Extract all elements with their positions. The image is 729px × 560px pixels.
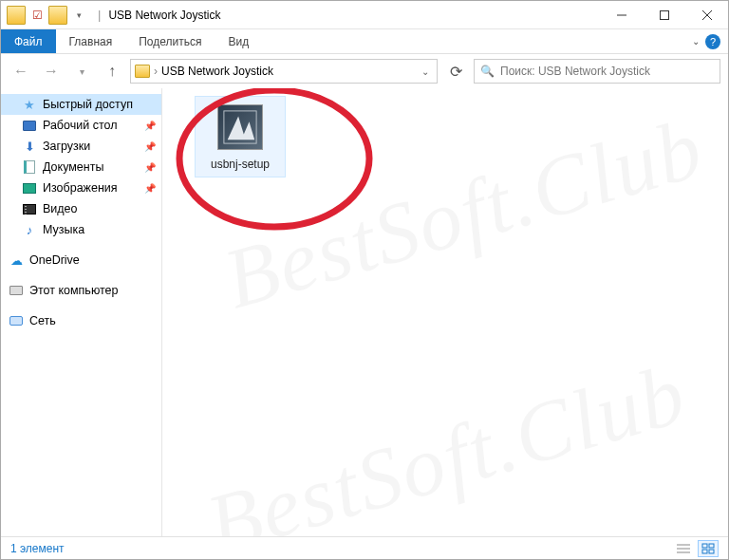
- sidebar-onedrive[interactable]: ☁ OneDrive: [1, 250, 161, 271]
- nav-pane: ★ Быстрый доступ Рабочий стол 📌 ⬇ Загруз…: [1, 88, 162, 536]
- tab-file[interactable]: Файл: [1, 29, 56, 53]
- search-icon: 🔍: [480, 65, 495, 78]
- sidebar-downloads[interactable]: ⬇ Загрузки 📌: [1, 136, 161, 157]
- ribbon-tabs: Файл Главная Поделиться Вид ⌄ ?: [1, 29, 728, 54]
- svg-rect-12: [702, 550, 707, 553]
- address-row: ← → ▾ ↑ › USB Network Joystick ⌄ ⟳ 🔍 Пои…: [1, 54, 728, 88]
- close-button[interactable]: [685, 1, 728, 29]
- sidebar-thispc[interactable]: Этот компьютер: [1, 280, 161, 301]
- sidebar-desktop[interactable]: Рабочий стол 📌: [1, 115, 161, 136]
- watermark: BestSoft.Club: [196, 345, 697, 536]
- watermark: BestSoft.Club: [213, 99, 713, 328]
- window-title: USB Network Joystick: [104, 9, 220, 22]
- pc-icon: [9, 283, 24, 298]
- nav-back-button[interactable]: ←: [9, 59, 33, 84]
- help-icon[interactable]: ?: [705, 34, 720, 49]
- expand-ribbon-icon[interactable]: ⌄: [692, 36, 700, 47]
- minimize-button[interactable]: [600, 1, 643, 29]
- ribbon-right: ⌄ ?: [684, 29, 728, 53]
- refresh-button[interactable]: ⟳: [443, 60, 468, 83]
- videos-icon: [22, 201, 37, 216]
- pin-icon: 📌: [144, 141, 156, 152]
- nav-recent-icon[interactable]: ▾: [69, 59, 94, 84]
- body: ★ Быстрый доступ Рабочий стол 📌 ⬇ Загруз…: [1, 88, 728, 536]
- qat-properties-icon[interactable]: ☑: [28, 6, 47, 25]
- separator: |: [94, 8, 104, 22]
- file-item[interactable]: usbnj-setup: [195, 96, 286, 177]
- sidebar-item-label: OneDrive: [29, 253, 80, 267]
- sidebar-item-label: Видео: [43, 202, 78, 215]
- music-icon: ♪: [22, 222, 37, 237]
- sidebar-item-label: Музыка: [43, 223, 84, 236]
- folder-icon: [7, 6, 26, 25]
- sidebar-videos[interactable]: Видео: [1, 198, 161, 219]
- onedrive-icon: ☁: [9, 252, 24, 268]
- sidebar-item-label: Сеть: [29, 314, 56, 327]
- icons-view-button[interactable]: [698, 540, 719, 557]
- maximize-button[interactable]: [643, 1, 685, 29]
- pin-icon: 📌: [144, 121, 156, 131]
- search-placeholder: Поиск: USB Network Joystick: [500, 65, 650, 78]
- svg-rect-11: [709, 544, 714, 548]
- download-icon: ⬇: [22, 139, 37, 154]
- sidebar-item-label: Документы: [43, 160, 103, 174]
- svg-rect-10: [702, 544, 707, 548]
- statusbar: 1 элемент: [1, 536, 728, 559]
- sidebar-item-label: Быстрый доступ: [43, 98, 133, 111]
- search-box[interactable]: 🔍 Поиск: USB Network Joystick: [474, 59, 720, 84]
- folder-icon: [135, 65, 150, 78]
- svg-rect-1: [660, 10, 668, 19]
- qat: ☑ ▾: [1, 6, 94, 25]
- network-icon: [9, 313, 24, 328]
- folder-icon: [48, 6, 67, 25]
- titlebar: ☑ ▾ | USB Network Joystick: [1, 1, 728, 29]
- details-view-button[interactable]: [673, 540, 694, 557]
- sidebar-music[interactable]: ♪ Музыка: [1, 219, 161, 240]
- sidebar-pictures[interactable]: Изображения 📌: [1, 177, 161, 198]
- sidebar-documents[interactable]: Документы 📌: [1, 157, 161, 177]
- file-name: usbnj-setup: [199, 158, 281, 171]
- svg-marker-4: [228, 117, 255, 140]
- tab-share[interactable]: Поделиться: [125, 29, 215, 53]
- chevron-right-icon[interactable]: ›: [154, 65, 158, 78]
- address-path[interactable]: USB Network Joystick: [161, 65, 273, 78]
- tab-view[interactable]: Вид: [215, 29, 262, 53]
- nav-forward-button: →: [39, 59, 64, 84]
- view-switcher: [673, 540, 719, 557]
- window-controls: [600, 1, 728, 29]
- svg-rect-13: [709, 550, 714, 553]
- star-icon: ★: [22, 97, 37, 112]
- sidebar-item-label: Рабочий стол: [43, 119, 117, 132]
- sidebar-item-label: Этот компьютер: [29, 284, 118, 297]
- explorer-window: ☑ ▾ | USB Network Joystick Файл Главная …: [0, 0, 729, 560]
- sidebar-quick-access[interactable]: ★ Быстрый доступ: [1, 94, 161, 115]
- status-item-count: 1 элемент: [10, 542, 65, 555]
- nav-up-button[interactable]: ↑: [100, 59, 124, 84]
- content-area[interactable]: BestSoft.Club BestSoft.Club usbnj-setup: [162, 88, 728, 536]
- address-bar[interactable]: › USB Network Joystick ⌄: [130, 59, 438, 84]
- sidebar-item-label: Изображения: [43, 181, 118, 195]
- qat-dropdown-icon[interactable]: ▾: [69, 6, 88, 25]
- pin-icon: 📌: [144, 162, 156, 173]
- sidebar-network[interactable]: Сеть: [1, 310, 161, 331]
- pin-icon: 📌: [144, 183, 156, 194]
- tab-home[interactable]: Главная: [56, 29, 126, 53]
- documents-icon: [22, 159, 37, 175]
- desktop-icon: [22, 118, 37, 133]
- address-dropdown-icon[interactable]: ⌄: [418, 66, 433, 77]
- pictures-icon: [22, 180, 37, 196]
- file-thumbnail: [217, 104, 263, 150]
- sidebar-item-label: Загрузки: [43, 140, 90, 153]
